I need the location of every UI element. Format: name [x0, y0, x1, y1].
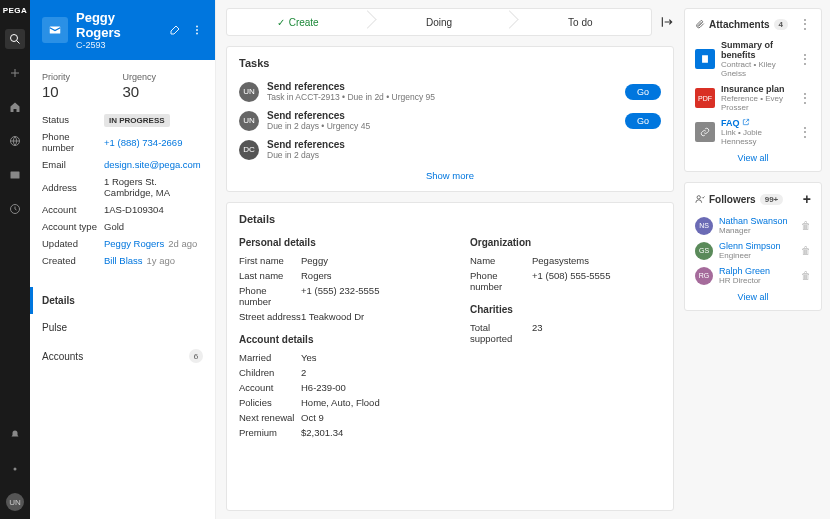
task-row: DC Send referencesDue in 2 days	[239, 135, 661, 164]
right-column: Attachments4 ⋮ Summary of benefitsContra…	[684, 0, 830, 519]
go-button[interactable]: Go	[625, 113, 661, 129]
paperclip-icon	[695, 19, 705, 29]
attachments-card: Attachments4 ⋮ Summary of benefitsContra…	[684, 8, 822, 172]
home-icon[interactable]	[5, 97, 25, 117]
more-icon[interactable]: ⋮	[799, 91, 811, 105]
attachment-row[interactable]: Summary of benefitsContract • Kiley Gnei…	[695, 37, 811, 81]
case-type-icon	[42, 17, 68, 43]
globe-icon[interactable]	[5, 131, 25, 151]
stage-doing[interactable]: Doing	[368, 9, 509, 35]
svg-point-0	[11, 35, 18, 42]
tab-details[interactable]: Details	[30, 287, 215, 314]
plus-icon[interactable]	[5, 63, 25, 83]
svg-point-11	[196, 33, 198, 35]
search-icon[interactable]	[5, 29, 25, 49]
tab-accounts[interactable]: Accounts6	[30, 341, 215, 371]
more-icon[interactable]: ⋮	[799, 52, 811, 66]
more-icon[interactable]: ⋮	[799, 17, 811, 31]
svg-point-13	[697, 196, 700, 199]
priority-label: Priority	[42, 72, 123, 82]
brand-logo: PEGA	[3, 6, 28, 15]
trash-icon[interactable]: 🗑	[801, 245, 811, 256]
follower-row: RG Ralph GreenHR Director 🗑	[695, 263, 811, 288]
tasks-card: Tasks UN Send referencesTask in ACCT-291…	[226, 46, 674, 192]
case-id: C-2593	[76, 40, 161, 50]
svg-point-7	[14, 468, 17, 471]
bell-icon[interactable]	[5, 425, 25, 445]
pdf-icon: PDF	[695, 88, 715, 108]
more-icon[interactable]: ⋮	[799, 125, 811, 139]
add-follower-icon[interactable]: +	[803, 191, 811, 207]
email-link[interactable]: design.site@pega.com	[104, 159, 203, 170]
task-avatar: UN	[239, 111, 259, 131]
tasks-heading: Tasks	[239, 57, 661, 69]
case-title: Peggy Rogers	[76, 10, 161, 40]
exit-icon[interactable]	[660, 15, 674, 29]
nav-rail: PEGA UN	[0, 0, 30, 519]
status-badge: IN PROGRESS	[104, 114, 170, 127]
external-link-icon	[742, 118, 750, 126]
view-all-link[interactable]: View all	[695, 149, 811, 163]
view-all-link[interactable]: View all	[695, 288, 811, 302]
stage-todo[interactable]: To do	[510, 9, 651, 35]
svg-point-10	[196, 29, 198, 31]
tab-pulse[interactable]: Pulse	[30, 314, 215, 341]
followers-icon	[695, 194, 705, 204]
svg-rect-12	[702, 55, 708, 63]
urgency-label: Urgency	[123, 72, 204, 82]
phone-link[interactable]: +1 (888) 734-2669	[104, 137, 203, 148]
main-content: ✓Create Doing To do Tasks UN Send refere…	[216, 0, 684, 519]
task-row: UN Send referencesTask in ACCT-2913 • Du…	[239, 77, 661, 106]
link-icon	[695, 122, 715, 142]
priority-value: 10	[42, 83, 123, 100]
settings-icon[interactable]	[5, 459, 25, 479]
stage-tracker: ✓Create Doing To do	[226, 8, 652, 36]
follower-row: NS Nathan SwansonManager 🗑	[695, 213, 811, 238]
mail-icon[interactable]	[5, 165, 25, 185]
svg-rect-5	[11, 172, 20, 179]
show-more-link[interactable]: Show more	[239, 164, 661, 181]
recent-icon[interactable]	[5, 199, 25, 219]
case-header: Peggy Rogers C-2593	[30, 0, 215, 60]
task-avatar: DC	[239, 140, 259, 160]
svg-point-9	[196, 26, 198, 28]
user-avatar[interactable]: UN	[6, 493, 24, 511]
svg-line-1	[17, 41, 20, 44]
sidebar: Peggy Rogers C-2593 Priority 10 Urgency …	[30, 0, 216, 519]
trash-icon[interactable]: 🗑	[801, 270, 811, 281]
stage-create[interactable]: ✓Create	[227, 9, 368, 35]
followers-card: Followers99+ + NS Nathan SwansonManager …	[684, 182, 822, 311]
attachment-row[interactable]: PDF Insurance planReference • Evey Pross…	[695, 81, 811, 115]
follower-row: GS Glenn SimpsonEngineer 🗑	[695, 238, 811, 263]
edit-icon[interactable]	[169, 24, 181, 36]
task-avatar: UN	[239, 82, 259, 102]
go-button[interactable]: Go	[625, 84, 661, 100]
urgency-value: 30	[123, 83, 204, 100]
trash-icon[interactable]: 🗑	[801, 220, 811, 231]
attachment-row[interactable]: FAQ Link • Jobie Hennessy ⋮	[695, 115, 811, 149]
task-row: UN Send referencesDue in 2 days • Urgenc…	[239, 106, 661, 135]
more-icon[interactable]	[191, 24, 203, 36]
details-card: Details Personal details First namePeggy…	[226, 202, 674, 511]
doc-icon	[695, 49, 715, 69]
